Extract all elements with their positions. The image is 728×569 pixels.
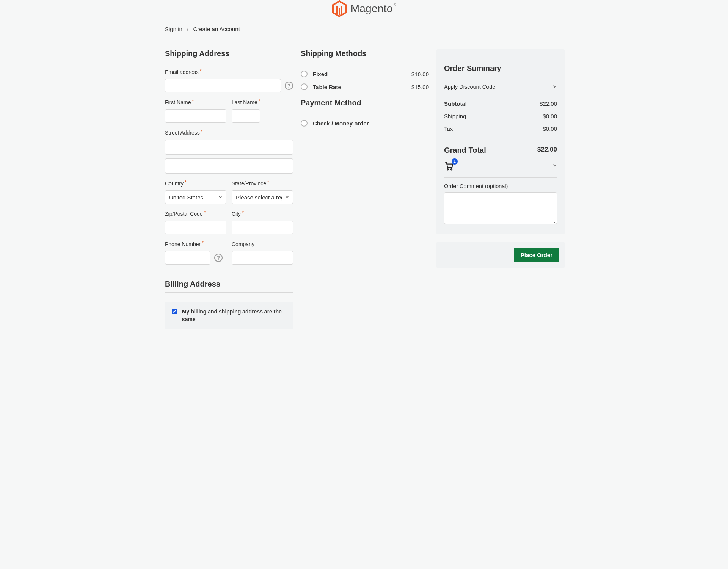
radio-icon[interactable] — [301, 71, 308, 77]
company-input[interactable] — [232, 251, 293, 265]
zip-label: Zip/Postal Code* — [165, 211, 226, 217]
place-order-button[interactable]: Place Order — [514, 248, 559, 262]
city-input[interactable] — [232, 221, 293, 234]
radio-icon[interactable] — [301, 83, 308, 90]
country-select[interactable]: United States — [165, 190, 226, 204]
shipping-method-price: $10.00 — [411, 71, 429, 77]
street-address-1-input[interactable] — [165, 140, 293, 155]
shipping-methods-title: Shipping Methods — [301, 49, 429, 62]
magento-logo-icon — [332, 0, 347, 17]
create-account-link[interactable]: Create an Account — [193, 26, 240, 32]
shipping-method-fixed[interactable]: Fixed $10.00 — [301, 66, 429, 82]
radio-icon[interactable] — [301, 120, 308, 127]
company-label: Company — [232, 241, 293, 247]
zip-input[interactable] — [165, 221, 226, 234]
shipping-row: Shipping $0.00 — [444, 110, 557, 122]
shipping-address-title: Shipping Address — [165, 49, 293, 62]
shipping-method-table-rate[interactable]: Table Rate $15.00 — [301, 82, 429, 95]
subtotal-row: Subtotal $22.00 — [444, 97, 557, 110]
street-label: Street Address* — [165, 130, 293, 136]
discount-toggle[interactable]: Apply Discount Code — [444, 78, 557, 95]
svg-point-2 — [451, 169, 452, 170]
phone-input[interactable] — [165, 251, 210, 265]
order-summary-column: Order Summary Apply Discount Code Subtot… — [436, 49, 565, 329]
phone-label: Phone Number* — [165, 241, 226, 247]
street-address-2-input[interactable] — [165, 158, 293, 174]
cart-items-toggle[interactable]: 1 — [444, 158, 557, 177]
shipping-address-column: Shipping Address Email address* ? First … — [165, 49, 293, 329]
billing-same-label: My billing and shipping address are the … — [182, 308, 288, 323]
place-order-bar: Place Order — [436, 242, 565, 268]
email-input[interactable] — [165, 79, 281, 92]
discount-label: Apply Discount Code — [444, 84, 495, 90]
svg-point-1 — [447, 169, 448, 170]
payment-method-title: Payment Method — [301, 99, 429, 111]
chevron-down-icon — [552, 163, 557, 169]
payment-method-label: Check / Money order — [313, 120, 369, 127]
state-label: State/Province* — [232, 180, 293, 187]
magento-logo: Magento® — [332, 0, 397, 17]
order-comment-textarea[interactable] — [444, 192, 557, 224]
country-label: Country* — [165, 180, 226, 187]
order-comment-label: Order Comment (optional) — [444, 183, 557, 189]
shipping-method-label: Fixed — [313, 71, 328, 77]
chevron-down-icon — [552, 84, 557, 90]
auth-separator: / — [187, 26, 188, 32]
header-logo-row: Magento® — [165, 0, 563, 22]
billing-same-box: My billing and shipping address are the … — [165, 302, 293, 329]
shipping-method-label: Table Rate — [313, 84, 341, 90]
last-name-label: Last Name* — [232, 99, 293, 105]
order-summary-card: Order Summary Apply Discount Code Subtot… — [436, 49, 565, 234]
logo-text: Magento® — [351, 3, 397, 15]
order-summary-title: Order Summary — [444, 64, 557, 73]
shipping-method-price: $15.00 — [411, 84, 429, 90]
cart-count-badge: 1 — [452, 158, 458, 165]
billing-address-title: Billing Address — [165, 280, 293, 293]
auth-links: Sign in / Create an Account — [165, 22, 563, 38]
help-icon[interactable]: ? — [214, 254, 223, 262]
first-name-input[interactable] — [165, 109, 226, 123]
email-label: Email address* — [165, 69, 293, 75]
tax-row: Tax $0.00 — [444, 122, 557, 135]
city-label: City* — [232, 211, 293, 217]
state-select[interactable]: Please select a region — [232, 190, 293, 204]
sign-in-link[interactable]: Sign in — [165, 26, 182, 32]
grand-total-row: Grand Total $22.00 — [444, 139, 557, 158]
payment-method-check[interactable]: Check / Money order — [301, 115, 429, 131]
help-icon[interactable]: ? — [285, 82, 293, 90]
billing-same-checkbox[interactable] — [172, 309, 177, 314]
last-name-input[interactable] — [232, 109, 260, 123]
first-name-label: First Name* — [165, 99, 226, 105]
shipping-payment-column: Shipping Methods Fixed $10.00 Table Rate… — [301, 49, 429, 329]
